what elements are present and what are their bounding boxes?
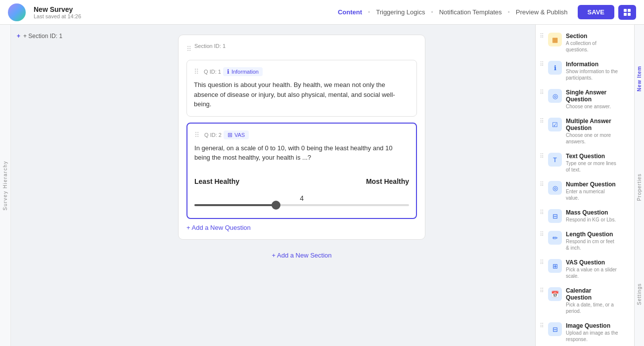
grid-view-button[interactable] (618, 5, 636, 20)
add-question-link[interactable]: + Add a New Question (186, 224, 417, 231)
item-title-10: Image Question (566, 322, 618, 329)
item-text-1: Information Show information to the part… (566, 61, 618, 81)
nav-sep-1: • (368, 9, 370, 16)
q1-type-icon: ℹ (227, 68, 230, 75)
item-title-7: Length Question (566, 231, 618, 238)
sidebar-item-length-question[interactable]: ⠿ ✏ Length Question Respond in cm or fee… (536, 227, 622, 255)
item-icon-6: ⊟ (548, 209, 562, 223)
sidebar-item-number-question[interactable]: ⠿ ◎ Number Question Enter a numerical va… (536, 177, 622, 205)
sidebar-section-1[interactable]: + + Section ID: 1 (17, 31, 62, 42)
nav-notification[interactable]: Notification Templates (435, 6, 506, 18)
item-desc-1: Show information to the participants. (566, 68, 618, 81)
app-logo (8, 3, 26, 21)
item-text-8: VAS Question Pick a value on a slider sc… (566, 259, 618, 279)
svg-rect-2 (624, 13, 627, 16)
sidebar-item-information[interactable]: ⠿ ℹ Information Show information to the … (536, 57, 622, 85)
right-sidebar: ⠿ ▦ Section A collection of questions. ⠿… (535, 25, 644, 346)
item-title-6: Mass Question (566, 209, 618, 216)
main-content: Survey Hierarchy + + Section ID: 1 ⠿ Sec… (0, 25, 644, 346)
sidebar-item-calendar-question[interactable]: ⠿ 📅 Calendar Question Pick a date, time,… (536, 283, 622, 318)
sidebar-item-image-question[interactable]: ⠿ ⊟ Image Question Upload an image as th… (536, 318, 622, 346)
hierarchy-label: Survey Hierarchy (0, 157, 10, 215)
sidebar-item-text-question[interactable]: ⠿ T Text Question Type one or more lines… (536, 149, 622, 177)
survey-title-area: New Survey Last saved at 14:26 (34, 5, 81, 19)
tab-properties[interactable]: Properties (637, 173, 642, 201)
nav-content[interactable]: Content (334, 6, 366, 18)
sidebar-item-mass-question[interactable]: ⠿ ⊟ Mass Question Respond in KG or Lbs. (536, 205, 622, 227)
q2-text: In general, on a scale of 0 to 10, with … (194, 143, 409, 163)
item-icon-10: ⊟ (548, 322, 562, 336)
vas-fill (194, 204, 276, 206)
vas-slider-container[interactable]: 4 (194, 189, 409, 211)
drag-handle-1[interactable]: ⠿ (540, 61, 544, 68)
q2-drag-handle[interactable]: ⠿ (194, 131, 199, 139)
item-desc-3: Choose one or more answers. (566, 132, 618, 145)
item-icon-1: ℹ (548, 61, 562, 75)
q1-id: Q ID: 1 (204, 69, 221, 75)
q1-type-label: Information (231, 69, 259, 75)
q1-drag-handle[interactable]: ⠿ (194, 68, 199, 76)
section-drag-handle[interactable]: ⠿ (186, 45, 191, 53)
vas-track[interactable] (194, 204, 409, 206)
q2-type-icon: ⊞ (228, 131, 232, 138)
q1-type-badge: ℹ Information (223, 67, 263, 76)
drag-handle-7[interactable]: ⠿ (540, 231, 544, 238)
drag-handle-0[interactable]: ⠿ (540, 33, 544, 40)
question-block-1: ⠿ Q ID: 1 ℹ Information This question is… (186, 60, 417, 117)
item-icon-9: 📅 (548, 287, 562, 301)
drag-handle-10[interactable]: ⠿ (540, 322, 544, 329)
drag-handle-3[interactable]: ⠿ (540, 118, 544, 125)
item-icon-5: ◎ (548, 181, 562, 195)
sidebar-item-vas-question[interactable]: ⠿ ⊞ VAS Question Pick a value on a slide… (536, 255, 622, 283)
svg-rect-3 (628, 13, 631, 16)
sidebar-section-label: + Section ID: 1 (23, 33, 62, 40)
question-block-2[interactable]: ⠿ Q ID: 2 ⊞ VAS In general, on a scale o… (186, 123, 417, 219)
drag-handle-8[interactable]: ⠿ (540, 259, 544, 266)
left-sidebar-content: + + Section ID: 1 (11, 25, 68, 346)
item-title-8: VAS Question (566, 259, 618, 266)
q1-text: This question is about your health. By h… (194, 80, 410, 109)
drag-handle-4[interactable]: ⠿ (540, 153, 544, 160)
svg-rect-1 (628, 9, 631, 12)
item-icon-7: ✏ (548, 231, 562, 245)
q2-id: Q ID: 2 (204, 132, 222, 138)
app-header: New Survey Last saved at 14:26 Content •… (0, 0, 644, 25)
item-desc-2: Choose one answer. (566, 103, 618, 110)
drag-handle-9[interactable]: ⠿ (540, 287, 544, 294)
nav-triggering[interactable]: Triggering Logics (372, 6, 429, 18)
grid-icon (623, 8, 631, 16)
item-icon-8: ⊞ (548, 259, 562, 273)
vas-thumb[interactable] (272, 201, 280, 210)
item-title-4: Text Question (566, 153, 618, 160)
item-desc-0: A collection of questions. (566, 40, 618, 53)
item-desc-4: Type one or more lines of text. (566, 160, 618, 173)
item-text-2: Single Answer Question Choose one answer… (566, 89, 618, 110)
item-title-9: Calendar Question (566, 287, 618, 301)
q2-type-label: VAS (234, 132, 245, 138)
item-title-0: Section (566, 33, 618, 40)
nav-preview[interactable]: Preview & Publish (512, 6, 572, 18)
survey-title: New Survey (34, 5, 81, 13)
drag-handle-2[interactable]: ⠿ (540, 89, 544, 96)
tab-new-item[interactable]: New Item (637, 66, 642, 91)
item-desc-7: Respond in cm or feet & inch. (566, 238, 618, 251)
main-nav: Content • Triggering Logics • Notificati… (334, 5, 636, 20)
right-tabs: New Item Properties Settings (634, 25, 644, 346)
item-text-10: Image Question Upload an image as the re… (566, 322, 618, 343)
sidebar-item-section[interactable]: ⠿ ▦ Section A collection of questions. (536, 29, 622, 57)
sidebar-item-single-answer-question[interactable]: ⠿ ◎ Single Answer Question Choose one an… (536, 85, 622, 114)
svg-rect-0 (624, 9, 627, 12)
sidebar-item-multiple-answer-question[interactable]: ⠿ ☑ Multiple Answer Question Choose one … (536, 114, 622, 149)
item-text-0: Section A collection of questions. (566, 33, 618, 53)
nav-sep-3: • (508, 9, 510, 16)
item-title-1: Information (566, 61, 618, 68)
tab-settings[interactable]: Settings (637, 283, 642, 305)
drag-handle-5[interactable]: ⠿ (540, 181, 544, 188)
item-text-3: Multiple Answer Question Choose one or m… (566, 118, 618, 145)
add-section-link[interactable]: + Add a New Section (272, 252, 332, 259)
item-icon-3: ☑ (548, 118, 562, 131)
item-text-6: Mass Question Respond in KG or Lbs. (566, 209, 618, 223)
plus-icon: + (17, 33, 20, 40)
save-button[interactable]: SAVE (578, 5, 614, 19)
drag-handle-6[interactable]: ⠿ (540, 209, 544, 216)
